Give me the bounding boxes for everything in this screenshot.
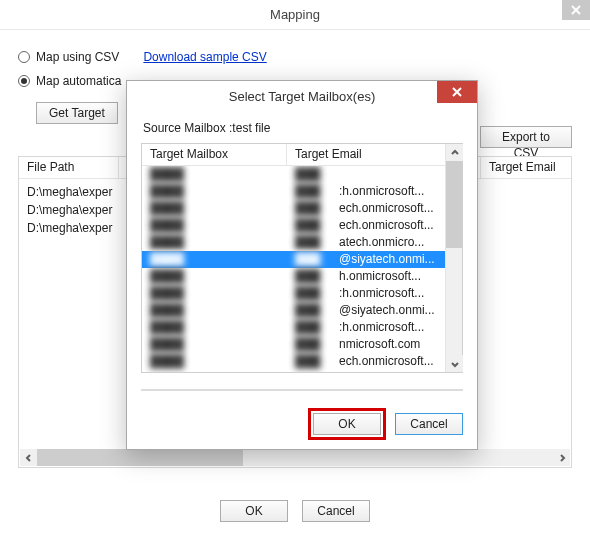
scroll-right-icon[interactable] bbox=[553, 449, 570, 466]
list-item[interactable]: ███████ bbox=[142, 166, 445, 183]
list-item[interactable]: ███████ech.onmicrosoft... bbox=[142, 217, 445, 234]
select-target-title: Select Target Mailbox(es) bbox=[229, 89, 375, 104]
map-auto-radio[interactable] bbox=[18, 75, 30, 87]
list-item[interactable]: ███████:h.onmicrosoft... bbox=[142, 183, 445, 200]
scroll-up-icon[interactable] bbox=[446, 144, 463, 161]
cell-target-email: ███ bbox=[287, 166, 445, 183]
mapping-titlebar: Mapping bbox=[0, 0, 590, 30]
mapping-close-button[interactable] bbox=[562, 0, 590, 20]
map-csv-radio[interactable] bbox=[18, 51, 30, 63]
mapping-cancel-button[interactable]: Cancel bbox=[302, 500, 370, 522]
select-target-close-button[interactable] bbox=[437, 81, 477, 103]
cell-target-email: ███:h.onmicrosoft... bbox=[287, 319, 445, 336]
cell-target-mailbox: ████ bbox=[142, 302, 287, 319]
download-sample-link[interactable]: Download sample CSV bbox=[143, 50, 266, 64]
cell-target-mailbox: ████ bbox=[142, 251, 287, 268]
cell-target-email: ███atech.onmicro... bbox=[287, 234, 445, 251]
list-item[interactable]: ███████ech.onmicrosoft... bbox=[142, 200, 445, 217]
cell-target-mailbox: ████ bbox=[142, 234, 287, 251]
v-scroll-thumb[interactable] bbox=[446, 161, 462, 248]
cell-target-mailbox: ████ bbox=[142, 217, 287, 234]
cell-target-mailbox: ████ bbox=[142, 336, 287, 353]
cell-target-mailbox: ████ bbox=[142, 166, 287, 183]
cell-target-email: ███nmicrosoft.com bbox=[287, 336, 445, 353]
cell-target-email: ███@siyatech.onmi... bbox=[287, 251, 445, 268]
mapping-footer: OK Cancel bbox=[0, 500, 590, 522]
cell-target-email: ███:h.onmicrosoft... bbox=[287, 285, 445, 302]
select-target-ok-button[interactable]: OK bbox=[313, 413, 381, 435]
col-target-email[interactable]: Target Email bbox=[481, 157, 571, 178]
scroll-track[interactable] bbox=[37, 449, 553, 466]
cell-target-mailbox: ████ bbox=[142, 319, 287, 336]
cell-target-email: ███ech.onmicrosoft... bbox=[287, 217, 445, 234]
target-list-rows: ██████████████:h.onmicrosoft...███████ec… bbox=[142, 166, 445, 372]
h-scrollbar[interactable] bbox=[20, 449, 570, 466]
map-csv-label: Map using CSV bbox=[36, 50, 119, 64]
select-target-titlebar: Select Target Mailbox(es) bbox=[127, 81, 477, 111]
cell-target-mailbox: ████ bbox=[142, 183, 287, 200]
cell-target-email: ███h.onmicrosoft... bbox=[287, 268, 445, 285]
source-mailbox-label: Source Mailbox :test file bbox=[143, 121, 463, 135]
mapping-dialog: Mapping Map using CSV Download sample CS… bbox=[0, 0, 590, 536]
select-target-footer: OK Cancel bbox=[127, 413, 477, 449]
separator bbox=[141, 389, 463, 391]
select-target-dialog: Select Target Mailbox(es) Source Mailbox… bbox=[126, 80, 478, 450]
cell-target-email: ███ech.onmicrosoft... bbox=[287, 200, 445, 217]
cell-target-email: ███:h.onmicrosoft... bbox=[287, 183, 445, 200]
list-item[interactable]: ███████@siyatech.onmi... bbox=[142, 251, 445, 268]
scroll-thumb[interactable] bbox=[37, 449, 243, 466]
cell-target-mailbox: ████ bbox=[142, 353, 287, 370]
select-target-body: Source Mailbox :test file Target Mailbox… bbox=[127, 111, 477, 413]
scroll-down-icon[interactable] bbox=[446, 355, 463, 372]
select-target-cancel-button[interactable]: Cancel bbox=[395, 413, 463, 435]
list-item[interactable]: ███████:h.onmicrosoft... bbox=[142, 285, 445, 302]
col-file-path[interactable]: File Path bbox=[19, 157, 119, 178]
list-item[interactable]: ███████@siyatech.onmi... bbox=[142, 302, 445, 319]
cell-target-email: ███@siyatech.onmi... bbox=[287, 302, 445, 319]
get-target-button[interactable]: Get Target bbox=[36, 102, 118, 124]
list-item[interactable]: ███████:h.onmicrosoft... bbox=[142, 319, 445, 336]
col-target-email-modal[interactable]: Target Email bbox=[287, 144, 445, 165]
target-list-header: Target Mailbox Target Email bbox=[142, 144, 445, 166]
v-scroll-track[interactable] bbox=[446, 161, 462, 355]
mapping-ok-button[interactable]: OK bbox=[220, 500, 288, 522]
scroll-left-icon[interactable] bbox=[20, 449, 37, 466]
map-auto-label: Map automatica bbox=[36, 74, 121, 88]
target-list-content: Target Mailbox Target Email ████████████… bbox=[142, 144, 445, 372]
export-csv-button[interactable]: Export to CSV bbox=[480, 126, 572, 148]
list-item[interactable]: ███████atech.onmicro... bbox=[142, 234, 445, 251]
list-item[interactable]: ███████h.onmicrosoft... bbox=[142, 268, 445, 285]
target-list: Target Mailbox Target Email ████████████… bbox=[141, 143, 463, 373]
col-target-mailbox[interactable]: Target Mailbox bbox=[142, 144, 287, 165]
cell-target-email: ███ech.onmicrosoft... bbox=[287, 353, 445, 370]
cell-target-mailbox: ████ bbox=[142, 285, 287, 302]
list-item[interactable]: ███████nmicrosoft.com bbox=[142, 336, 445, 353]
list-item[interactable]: ███████ech.onmicrosoft... bbox=[142, 353, 445, 370]
cell-target-mailbox: ████ bbox=[142, 200, 287, 217]
mapping-title: Mapping bbox=[270, 7, 320, 22]
cell-target-mailbox: ████ bbox=[142, 268, 287, 285]
map-csv-row: Map using CSV Download sample CSV bbox=[18, 50, 572, 64]
v-scrollbar[interactable] bbox=[445, 144, 462, 372]
